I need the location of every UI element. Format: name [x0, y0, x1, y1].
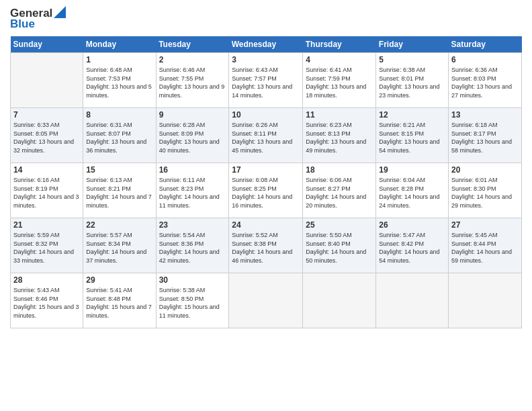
day-info: Sunrise: 6:04 AMSunset: 8:28 PMDaylight:…: [379, 176, 445, 210]
day-info: Sunrise: 6:16 AMSunset: 8:19 PMDaylight:…: [13, 176, 80, 210]
day-number: 3: [232, 55, 300, 64]
logo-icon: [54, 6, 66, 18]
day-number: 4: [306, 55, 373, 64]
day-number: 11: [306, 110, 373, 120]
weekday-header-monday: Monday: [83, 36, 156, 53]
week-row-2: 7Sunrise: 6:33 AMSunset: 8:05 PMDaylight…: [11, 108, 522, 163]
day-info: Sunrise: 6:08 AMSunset: 8:25 PMDaylight:…: [232, 176, 300, 210]
day-info: Sunrise: 6:18 AMSunset: 8:17 PMDaylight:…: [451, 121, 519, 154]
weekday-header-thursday: Thursday: [303, 36, 376, 53]
calendar-table: SundayMondayTuesdayWednesdayThursdayFrid…: [10, 36, 522, 328]
calendar-cell: 6Sunrise: 6:36 AMSunset: 8:03 PMDaylight…: [449, 53, 522, 108]
day-info: Sunrise: 5:52 AMSunset: 8:38 PMDaylight:…: [232, 231, 300, 265]
day-info: Sunrise: 6:21 AMSunset: 8:15 PMDaylight:…: [379, 121, 445, 154]
calendar-cell: 26Sunrise: 5:47 AMSunset: 8:42 PMDayligh…: [376, 218, 449, 273]
week-row-4: 21Sunrise: 5:59 AMSunset: 8:32 PMDayligh…: [11, 218, 522, 273]
calendar-cell: 10Sunrise: 6:26 AMSunset: 8:11 PMDayligh…: [229, 108, 303, 163]
day-number: 1: [86, 55, 152, 64]
day-number: 6: [451, 55, 519, 64]
day-number: 24: [232, 220, 300, 230]
calendar-cell: 19Sunrise: 6:04 AMSunset: 8:28 PMDayligh…: [376, 163, 449, 218]
day-number: 18: [306, 165, 373, 175]
day-info: Sunrise: 5:57 AMSunset: 8:34 PMDaylight:…: [86, 231, 152, 265]
calendar-cell: 13Sunrise: 6:18 AMSunset: 8:17 PMDayligh…: [449, 108, 522, 163]
day-info: Sunrise: 5:38 AMSunset: 8:50 PMDaylight:…: [159, 286, 226, 320]
calendar-cell: 21Sunrise: 5:59 AMSunset: 8:32 PMDayligh…: [11, 218, 83, 273]
calendar-cell: 14Sunrise: 6:16 AMSunset: 8:19 PMDayligh…: [11, 163, 83, 218]
day-info: Sunrise: 5:47 AMSunset: 8:42 PMDaylight:…: [379, 231, 445, 265]
week-row-3: 14Sunrise: 6:16 AMSunset: 8:19 PMDayligh…: [11, 163, 522, 218]
calendar-cell: 15Sunrise: 6:13 AMSunset: 8:21 PMDayligh…: [83, 163, 156, 218]
day-info: Sunrise: 5:41 AMSunset: 8:48 PMDaylight:…: [86, 286, 152, 320]
day-info: Sunrise: 6:38 AMSunset: 8:01 PMDaylight:…: [379, 66, 445, 99]
day-info: Sunrise: 6:31 AMSunset: 8:07 PMDaylight:…: [86, 121, 152, 154]
day-number: 28: [13, 275, 80, 285]
day-number: 15: [86, 165, 152, 175]
calendar-cell: 24Sunrise: 5:52 AMSunset: 8:38 PMDayligh…: [229, 218, 303, 273]
weekday-header-sunday: Sunday: [11, 36, 83, 53]
day-info: Sunrise: 6:06 AMSunset: 8:27 PMDaylight:…: [306, 176, 373, 210]
day-number: 12: [379, 110, 445, 120]
calendar-cell: 16Sunrise: 6:11 AMSunset: 8:23 PMDayligh…: [156, 163, 229, 218]
calendar-cell: 25Sunrise: 5:50 AMSunset: 8:40 PMDayligh…: [303, 218, 376, 273]
day-info: Sunrise: 6:01 AMSunset: 8:30 PMDaylight:…: [451, 176, 519, 210]
svg-marker-0: [54, 6, 66, 18]
calendar-page: General Blue SundayMondayTuesdayWednesda…: [0, 0, 532, 411]
day-info: Sunrise: 6:28 AMSunset: 8:09 PMDaylight:…: [159, 121, 226, 154]
day-number: 20: [451, 165, 519, 175]
logo-blue: Blue: [10, 17, 35, 31]
day-number: 29: [86, 275, 152, 285]
calendar-cell: 12Sunrise: 6:21 AMSunset: 8:15 PMDayligh…: [376, 108, 449, 163]
calendar-cell: [229, 273, 303, 328]
calendar-cell: [11, 53, 83, 108]
calendar-cell: [303, 273, 376, 328]
calendar-cell: 9Sunrise: 6:28 AMSunset: 8:09 PMDaylight…: [156, 108, 229, 163]
calendar-cell: 3Sunrise: 6:43 AMSunset: 7:57 PMDaylight…: [229, 53, 303, 108]
calendar-cell: 20Sunrise: 6:01 AMSunset: 8:30 PMDayligh…: [449, 163, 522, 218]
calendar-cell: 4Sunrise: 6:41 AMSunset: 7:59 PMDaylight…: [303, 53, 376, 108]
day-number: 8: [86, 110, 152, 120]
day-number: 13: [451, 110, 519, 120]
day-info: Sunrise: 5:45 AMSunset: 8:44 PMDaylight:…: [451, 231, 519, 265]
day-number: 27: [451, 220, 519, 230]
week-row-5: 28Sunrise: 5:43 AMSunset: 8:46 PMDayligh…: [11, 273, 522, 328]
day-info: Sunrise: 6:41 AMSunset: 7:59 PMDaylight:…: [306, 66, 373, 99]
calendar-cell: 18Sunrise: 6:06 AMSunset: 8:27 PMDayligh…: [303, 163, 376, 218]
day-number: 23: [159, 220, 226, 230]
day-info: Sunrise: 5:59 AMSunset: 8:32 PMDaylight:…: [13, 231, 80, 265]
calendar-cell: 5Sunrise: 6:38 AMSunset: 8:01 PMDaylight…: [376, 53, 449, 108]
logo: General Blue: [10, 7, 66, 31]
weekday-header-row: SundayMondayTuesdayWednesdayThursdayFrid…: [11, 36, 522, 53]
day-number: 22: [86, 220, 152, 230]
calendar-cell: 22Sunrise: 5:57 AMSunset: 8:34 PMDayligh…: [83, 218, 156, 273]
day-info: Sunrise: 6:13 AMSunset: 8:21 PMDaylight:…: [86, 176, 152, 210]
weekday-header-friday: Friday: [376, 36, 449, 53]
day-number: 10: [232, 110, 300, 120]
weekday-header-saturday: Saturday: [449, 36, 522, 53]
calendar-cell: 2Sunrise: 6:46 AMSunset: 7:55 PMDaylight…: [156, 53, 229, 108]
calendar-cell: 17Sunrise: 6:08 AMSunset: 8:25 PMDayligh…: [229, 163, 303, 218]
calendar-cell: [449, 273, 522, 328]
week-row-1: 1Sunrise: 6:48 AMSunset: 7:53 PMDaylight…: [11, 53, 522, 108]
calendar-cell: 1Sunrise: 6:48 AMSunset: 7:53 PMDaylight…: [83, 53, 156, 108]
day-info: Sunrise: 6:23 AMSunset: 8:13 PMDaylight:…: [306, 121, 373, 154]
calendar-cell: [376, 273, 449, 328]
day-number: 30: [159, 275, 226, 285]
calendar-cell: 28Sunrise: 5:43 AMSunset: 8:46 PMDayligh…: [11, 273, 83, 328]
day-info: Sunrise: 6:11 AMSunset: 8:23 PMDaylight:…: [159, 176, 226, 210]
day-info: Sunrise: 6:36 AMSunset: 8:03 PMDaylight:…: [451, 66, 519, 99]
calendar-cell: 23Sunrise: 5:54 AMSunset: 8:36 PMDayligh…: [156, 218, 229, 273]
day-info: Sunrise: 6:43 AMSunset: 7:57 PMDaylight:…: [232, 66, 300, 99]
calendar-cell: 11Sunrise: 6:23 AMSunset: 8:13 PMDayligh…: [303, 108, 376, 163]
day-info: Sunrise: 6:26 AMSunset: 8:11 PMDaylight:…: [232, 121, 300, 154]
calendar-cell: 29Sunrise: 5:41 AMSunset: 8:48 PMDayligh…: [83, 273, 156, 328]
day-info: Sunrise: 5:43 AMSunset: 8:46 PMDaylight:…: [13, 286, 80, 320]
day-number: 7: [13, 110, 80, 120]
calendar-cell: 30Sunrise: 5:38 AMSunset: 8:50 PMDayligh…: [156, 273, 229, 328]
day-number: 14: [13, 165, 80, 175]
day-info: Sunrise: 6:33 AMSunset: 8:05 PMDaylight:…: [13, 121, 80, 154]
day-info: Sunrise: 5:50 AMSunset: 8:40 PMDaylight:…: [306, 231, 373, 265]
day-number: 19: [379, 165, 445, 175]
day-info: Sunrise: 5:54 AMSunset: 8:36 PMDaylight:…: [159, 231, 226, 265]
day-number: 17: [232, 165, 300, 175]
